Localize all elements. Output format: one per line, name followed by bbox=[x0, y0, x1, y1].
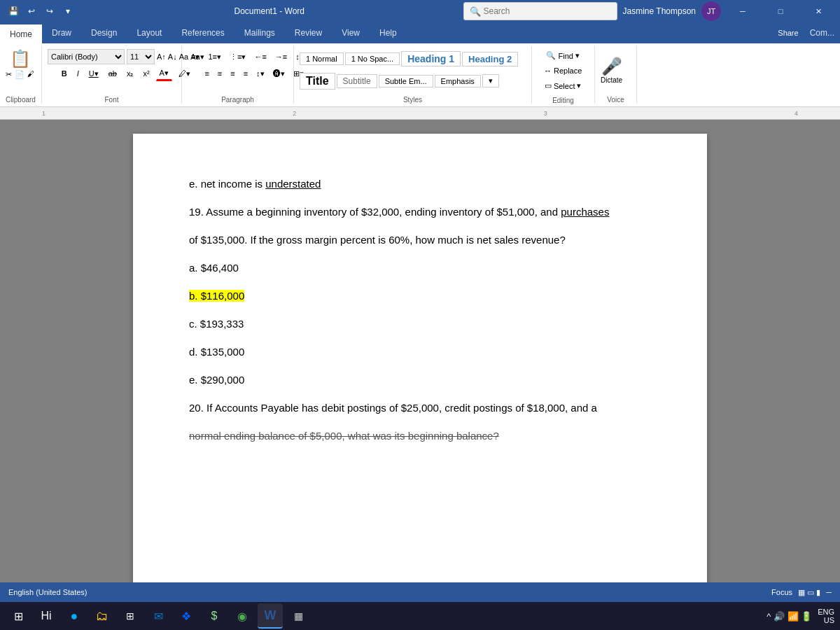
redo-quick-icon[interactable]: ↪ bbox=[42, 4, 57, 19]
bullets-button[interactable]: ≡▾ bbox=[188, 49, 203, 64]
font-size-select[interactable]: 11 bbox=[127, 49, 155, 64]
store-taskbar-button[interactable]: ⊞ bbox=[118, 603, 143, 629]
line-answer-b: b. $116,000 bbox=[189, 288, 651, 304]
style-emphasis[interactable]: Emphasis bbox=[435, 75, 481, 88]
justify-button[interactable]: ≡ bbox=[240, 66, 251, 81]
chrome-taskbar-button[interactable]: ◉ bbox=[230, 603, 255, 629]
find-button[interactable]: 🔍 Find ▾ bbox=[540, 49, 585, 62]
share-button[interactable]: Share bbox=[771, 24, 805, 41]
dictate-button[interactable]: 🎤 Dictate bbox=[601, 57, 622, 84]
tab-view[interactable]: View bbox=[332, 22, 370, 43]
copy-button[interactable]: 📄 bbox=[15, 70, 24, 79]
styles-label: Styles bbox=[300, 94, 526, 104]
cut-button[interactable]: ✂ bbox=[6, 70, 12, 79]
multilevel-button[interactable]: ⋮≡▾ bbox=[226, 49, 249, 64]
paragraph-label: Paragraph bbox=[188, 94, 288, 104]
minimize-button[interactable]: ─ bbox=[727, 0, 759, 22]
increase-indent-button[interactable]: →≡ bbox=[272, 49, 290, 64]
font-color-button[interactable]: A▾ bbox=[156, 66, 172, 81]
style-subtitle[interactable]: Subtitle bbox=[337, 74, 377, 88]
subscript-button[interactable]: x₂ bbox=[123, 66, 137, 81]
clipboard-label: Clipboard bbox=[6, 94, 36, 104]
underline-button[interactable]: U▾ bbox=[85, 66, 102, 81]
line-answer-c: c. $193,333 bbox=[189, 316, 651, 332]
user-avatar: JT bbox=[701, 1, 721, 21]
ruler: 1234 bbox=[0, 107, 840, 120]
save-quick-icon[interactable]: 💾 bbox=[6, 4, 21, 19]
title-bar-left: 💾 ↩ ↪ ▾ bbox=[6, 4, 76, 19]
grow-font-button[interactable]: A↑ bbox=[157, 52, 166, 61]
shading-button[interactable]: 🅐▾ bbox=[270, 66, 288, 81]
align-left-button[interactable]: ≡ bbox=[201, 66, 212, 81]
document-area: e. net income is understated 19. Assume … bbox=[0, 120, 840, 582]
paste-button[interactable]: 📋 bbox=[10, 49, 31, 69]
style-heading1[interactable]: Heading 1 bbox=[401, 51, 461, 66]
tab-references[interactable]: References bbox=[172, 22, 234, 43]
search-taskbar-button[interactable]: Hi bbox=[34, 603, 59, 629]
tab-draw[interactable]: Draw bbox=[42, 22, 81, 43]
dollar-taskbar-button[interactable]: $ bbox=[202, 603, 227, 629]
understated-text: understated bbox=[265, 178, 321, 190]
select-button[interactable]: ▭ Select ▾ bbox=[538, 79, 588, 92]
tab-design[interactable]: Design bbox=[81, 22, 127, 43]
user-name: Jasmine Thompson bbox=[623, 6, 696, 16]
style-heading2[interactable]: Heading 2 bbox=[462, 52, 518, 66]
group-font: Calibri (Body) 11 A↑ A↓ Aa Aa▾ B I U▾ ab… bbox=[42, 46, 182, 104]
document-page[interactable]: e. net income is understated 19. Assume … bbox=[133, 134, 707, 582]
explorer-taskbar-button[interactable]: 🗂 bbox=[90, 603, 115, 629]
search-icon: 🔍 bbox=[470, 6, 481, 17]
styles-more-button[interactable]: ▾ bbox=[482, 74, 499, 88]
superscript-button[interactable]: x² bbox=[139, 66, 153, 81]
focus-button[interactable]: Focus bbox=[771, 588, 792, 596]
ribbon-tabs: Home Draw Design Layout References Maili… bbox=[0, 22, 840, 43]
voice-label: Voice bbox=[601, 94, 631, 104]
tab-mailings[interactable]: Mailings bbox=[234, 22, 285, 43]
editing-label: Editing bbox=[538, 95, 589, 104]
mail-taskbar-button[interactable]: ✉ bbox=[146, 603, 171, 629]
close-button[interactable]: ✕ bbox=[802, 0, 834, 22]
line-spacing-button[interactable]: ↕▾ bbox=[253, 66, 268, 81]
view-icons: ▦ ▭ ▮ bbox=[798, 588, 820, 597]
select-icon: ▭ bbox=[545, 81, 552, 90]
strikethrough-button[interactable]: ab bbox=[105, 66, 120, 81]
zoom-control[interactable]: ─ bbox=[826, 588, 832, 596]
group-voice: 🎤 Dictate Voice bbox=[595, 46, 637, 104]
line-answer-e: e. $290,000 bbox=[189, 372, 651, 388]
format-painter-button[interactable]: 🖌 bbox=[27, 70, 34, 79]
numbering-button[interactable]: 1≡▾ bbox=[204, 49, 225, 64]
style-subtle[interactable]: Subtle Em... bbox=[379, 75, 433, 88]
style-normal[interactable]: 1 Normal bbox=[300, 52, 344, 65]
search-input[interactable] bbox=[484, 6, 610, 16]
word-taskbar-button[interactable]: W bbox=[258, 603, 283, 629]
tab-layout[interactable]: Layout bbox=[127, 22, 172, 43]
comments-button[interactable]: Com... bbox=[810, 28, 834, 38]
tab-home[interactable]: Home bbox=[0, 22, 42, 43]
line-20: 20. If Accounts Payable has debit postin… bbox=[189, 400, 651, 416]
line-answer-a: a. $46,400 bbox=[189, 260, 651, 276]
align-right-button[interactable]: ≡ bbox=[227, 66, 238, 81]
shrink-font-button[interactable]: A↓ bbox=[168, 52, 177, 61]
title-bar-title: Document1 - Word bbox=[76, 6, 463, 16]
italic-button[interactable]: I bbox=[74, 66, 83, 81]
line-answer-d: d. $135,000 bbox=[189, 344, 651, 360]
font-name-select[interactable]: Calibri (Body) bbox=[48, 49, 125, 64]
style-title[interactable]: Title bbox=[300, 73, 335, 90]
tab-help[interactable]: Help bbox=[370, 22, 407, 43]
align-center-button[interactable]: ≡ bbox=[214, 66, 225, 81]
decrease-indent-button[interactable]: ←≡ bbox=[251, 49, 270, 64]
undo-quick-icon[interactable]: ↩ bbox=[24, 4, 39, 19]
start-button[interactable]: ⊞ bbox=[6, 603, 31, 629]
edge-taskbar-button[interactable]: ● bbox=[62, 603, 87, 629]
group-clipboard: 📋 ✂ 📄 🖌 Clipboard bbox=[0, 46, 42, 104]
tab-review[interactable]: Review bbox=[285, 22, 332, 43]
dropbox-taskbar-button[interactable]: ❖ bbox=[174, 603, 199, 629]
maximize-button[interactable]: □ bbox=[764, 0, 797, 22]
taskbar: ⊞ Hi ● 🗂 ⊞ ✉ ❖ $ ◉ W ▦ ^ 🔊 📶 🔋 ENG US bbox=[0, 602, 840, 630]
style-nospace[interactable]: 1 No Spac... bbox=[345, 52, 400, 65]
language-status[interactable]: English (United States) bbox=[8, 588, 88, 596]
bold-button[interactable]: B bbox=[58, 66, 71, 81]
grid-taskbar-button[interactable]: ▦ bbox=[286, 603, 311, 629]
search-bar[interactable]: 🔍 bbox=[463, 2, 617, 20]
replace-button[interactable]: ↔ Replace bbox=[538, 64, 588, 77]
customize-quick-icon[interactable]: ▾ bbox=[60, 4, 76, 19]
